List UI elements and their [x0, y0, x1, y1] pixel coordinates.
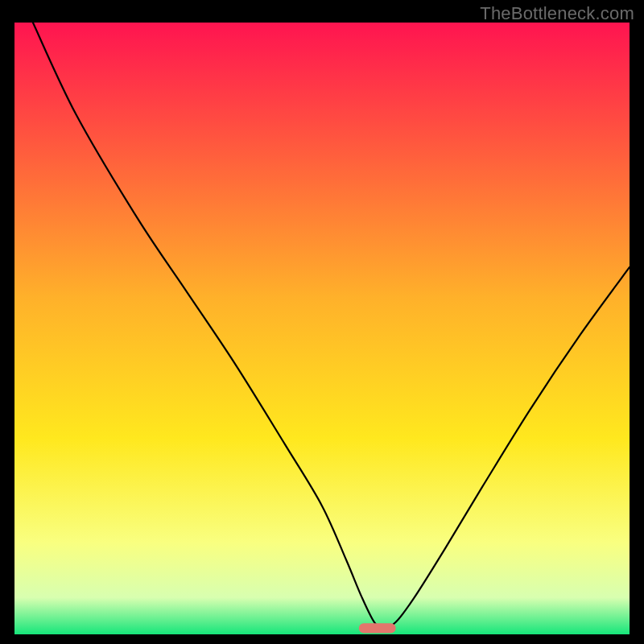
plot-area	[14, 23, 630, 634]
optimum-marker	[359, 623, 396, 633]
gradient-background	[14, 23, 630, 634]
image-root: TheBottleneck.com	[0, 0, 644, 644]
bottleneck-chart	[14, 23, 630, 634]
watermark-text: TheBottleneck.com	[480, 3, 634, 24]
